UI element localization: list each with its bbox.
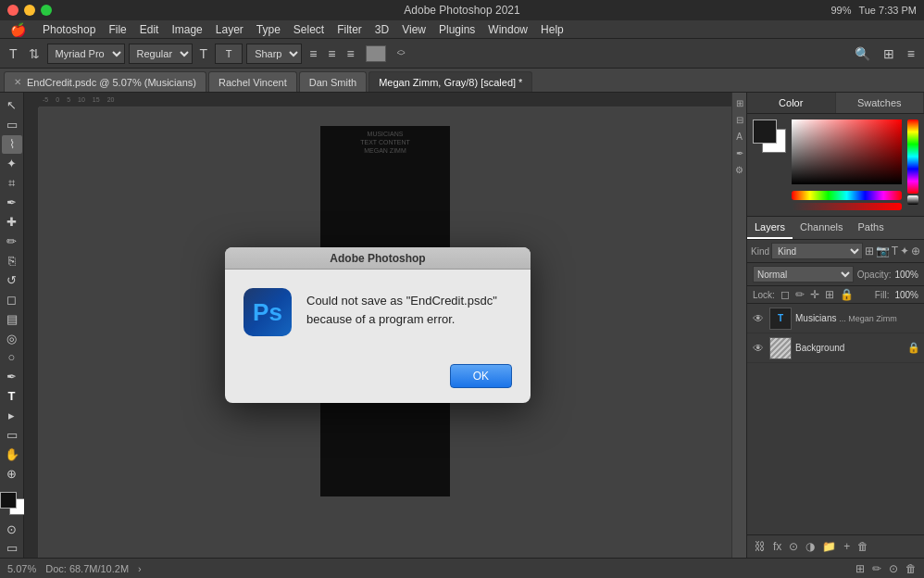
- spectrum-bar[interactable]: [907, 119, 918, 194]
- gradient-tool[interactable]: ▤: [2, 309, 22, 328]
- quick-mask-tool[interactable]: ⊙: [2, 520, 22, 538]
- menu-file[interactable]: File: [102, 20, 132, 38]
- channels-tab[interactable]: Channels: [793, 217, 850, 239]
- font-style-select[interactable]: Regular: [129, 44, 193, 64]
- color-tab[interactable]: Color: [747, 93, 836, 113]
- right-tool-2[interactable]: ⊟: [734, 113, 745, 127]
- menu-plugins[interactable]: Plugins: [432, 20, 481, 38]
- right-tool-3[interactable]: A: [734, 130, 744, 144]
- filter-smart-icon[interactable]: ⊕: [911, 245, 920, 258]
- tab-close-icon[interactable]: ✕: [14, 77, 21, 87]
- antialiasing-select[interactable]: Sharp: [246, 44, 302, 64]
- status-icon-3[interactable]: ⊙: [889, 562, 898, 575]
- menu-type[interactable]: Type: [250, 20, 287, 38]
- menu-filter[interactable]: Filter: [331, 20, 368, 38]
- menu-help[interactable]: Help: [534, 20, 570, 38]
- filter-shape-icon[interactable]: ✦: [900, 245, 909, 258]
- menu-edit[interactable]: Edit: [133, 20, 166, 38]
- tab-megan[interactable]: Megan Zimm, Gray/8) [scaled] *: [368, 71, 532, 92]
- brush-tool[interactable]: ✏: [2, 232, 22, 250]
- text-color-swatch[interactable]: [366, 45, 386, 62]
- healing-tool[interactable]: ✚: [2, 213, 22, 232]
- lock-artboard-icon[interactable]: ⊞: [825, 288, 834, 301]
- paths-tab[interactable]: Paths: [851, 217, 892, 239]
- search-icon[interactable]: 🔍: [851, 44, 874, 63]
- layer-adjustment-icon[interactable]: ◑: [804, 538, 817, 555]
- lock-paint-icon[interactable]: ✏: [795, 288, 805, 301]
- tab-endcredit[interactable]: ✕ EndCredit.psdc @ 5.07% (Musicians): [4, 71, 206, 92]
- swatches-tab[interactable]: Swatches: [836, 93, 925, 113]
- kind-select[interactable]: Kind: [771, 243, 863, 259]
- lock-transparent-icon[interactable]: ◻: [780, 288, 790, 301]
- lock-all-icon[interactable]: 🔒: [840, 288, 854, 301]
- minimize-button[interactable]: [24, 5, 35, 16]
- clone-tool[interactable]: ⎘: [2, 251, 22, 270]
- text-tool[interactable]: T: [2, 387, 22, 406]
- layer-mask-icon[interactable]: ⊙: [787, 538, 800, 555]
- layer-background[interactable]: 👁 Background 🔒: [747, 333, 924, 363]
- more-icon[interactable]: ≡: [904, 44, 918, 63]
- hand-tool[interactable]: ✋: [2, 446, 22, 464]
- filter-icon[interactable]: ⊞: [865, 245, 874, 258]
- workspace-icon[interactable]: ⊞: [880, 44, 898, 63]
- lightness-bar[interactable]: [907, 195, 918, 205]
- menu-image[interactable]: Image: [165, 20, 208, 38]
- layer-delete-icon[interactable]: 🗑: [855, 538, 870, 555]
- align-center-icon[interactable]: ≡: [324, 44, 339, 63]
- layers-tab[interactable]: Layers: [747, 217, 793, 239]
- layer-visibility-background[interactable]: 👁: [751, 341, 766, 356]
- maximize-button[interactable]: [41, 5, 52, 16]
- eyedropper-tool[interactable]: ✒: [2, 194, 22, 212]
- zoom-tool[interactable]: ⊕: [2, 465, 22, 484]
- menu-view[interactable]: View: [395, 20, 432, 38]
- foreground-color[interactable]: [753, 119, 777, 144]
- menu-3d[interactable]: 3D: [368, 20, 395, 38]
- font-size-input[interactable]: [215, 44, 243, 64]
- path-select-tool[interactable]: ▸: [2, 407, 22, 425]
- hue-slider[interactable]: [792, 191, 902, 200]
- history-brush-tool[interactable]: ↺: [2, 270, 22, 289]
- blur-tool[interactable]: ◎: [2, 329, 22, 347]
- marquee-tool[interactable]: ▭: [2, 116, 22, 134]
- foreground-color-swatch[interactable]: [0, 492, 17, 509]
- lasso-tool[interactable]: ⌇: [2, 135, 22, 154]
- layer-new-icon[interactable]: +: [842, 538, 852, 555]
- layer-visibility-musicians[interactable]: 👁: [751, 311, 766, 326]
- right-tool-1[interactable]: ⊞: [734, 96, 745, 110]
- blend-mode-select[interactable]: Normal: [753, 266, 854, 283]
- font-family-select[interactable]: Myriad Pro: [47, 44, 125, 64]
- status-icon-1[interactable]: ⊞: [855, 562, 865, 575]
- text-orientation-icon[interactable]: ⇅: [25, 44, 44, 63]
- align-left-icon[interactable]: ≡: [306, 44, 320, 63]
- pen-tool[interactable]: ✒: [2, 368, 22, 386]
- status-icon-2[interactable]: ✏: [872, 562, 881, 575]
- layer-musicians[interactable]: 👁 T Musicians ... Megan Zimm: [747, 304, 924, 333]
- color-picker-gradient[interactable]: [792, 119, 902, 184]
- quick-select-tool[interactable]: ✦: [2, 155, 22, 173]
- align-right-icon[interactable]: ≡: [343, 44, 357, 63]
- close-button[interactable]: [7, 5, 19, 16]
- tab-rachel[interactable]: Rachel Vincent: [208, 71, 297, 92]
- filter-pixel-icon[interactable]: 📷: [876, 245, 890, 258]
- menu-window[interactable]: Window: [481, 20, 534, 38]
- dialog-ok-button[interactable]: OK: [450, 364, 512, 388]
- apple-menu[interactable]: 🍎: [4, 20, 32, 38]
- lock-move-icon[interactable]: ✛: [810, 288, 819, 301]
- eraser-tool[interactable]: ◻: [2, 290, 22, 308]
- menu-layer[interactable]: Layer: [209, 20, 250, 38]
- move-tool[interactable]: ↖: [2, 96, 22, 115]
- filter-adj-icon[interactable]: T: [892, 245, 898, 258]
- layer-fx-icon[interactable]: fx: [771, 538, 783, 555]
- menu-select[interactable]: Select: [287, 20, 331, 38]
- tab-dan[interactable]: Dan Smith: [299, 71, 367, 92]
- screen-mode-tool[interactable]: ▭: [2, 539, 22, 558]
- right-tool-5[interactable]: ⚙: [733, 163, 745, 177]
- status-icon-4[interactable]: 🗑: [905, 562, 917, 575]
- shape-tool[interactable]: ▭: [2, 426, 22, 445]
- layer-link-icon[interactable]: ⛓: [753, 538, 768, 555]
- menu-photoshop[interactable]: Photoshop: [36, 20, 102, 38]
- warp-text-icon[interactable]: ⌔: [393, 44, 408, 63]
- opacity-slider[interactable]: [792, 203, 902, 210]
- dodge-tool[interactable]: ○: [2, 348, 22, 367]
- layer-folder-icon[interactable]: 📁: [820, 538, 838, 555]
